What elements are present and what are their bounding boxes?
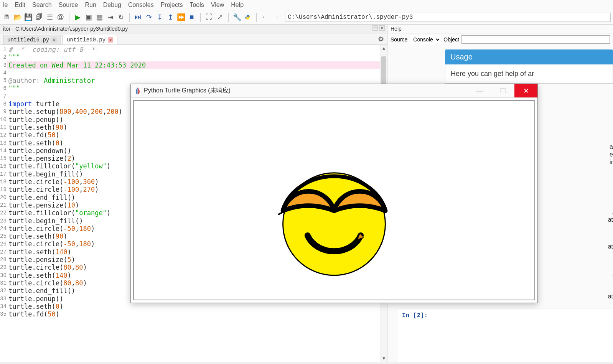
save-all-icon[interactable]: 🗐 bbox=[35, 13, 44, 22]
editor-title: itor - C:\Users\Administrator\.spyder-py… bbox=[0, 25, 387, 33]
continue-icon[interactable]: ⏩ bbox=[176, 13, 186, 22]
help-title: Help bbox=[387, 25, 613, 33]
line-gutter: 1 2 3 4 5 6 7 8 9 10 11 12 13 14 15 16 1… bbox=[0, 45, 7, 362]
ipython-console[interactable]: In [2]: bbox=[398, 308, 613, 362]
tab-close-icon[interactable]: ✕ bbox=[108, 37, 113, 43]
toolbar: 🗎 📂 💾 🗐 ☰ @ ▶ ▣ ▦ ⇥ ↻ ⏭ ↷ ↧ ↥ ⏩ ■ ⛶ ⤢ 🔧 … bbox=[0, 10, 613, 25]
help-text-fragment: . bbox=[611, 209, 613, 216]
help-toolbar: Source Console Object bbox=[387, 33, 613, 46]
menu-help[interactable]: Help bbox=[231, 2, 244, 8]
menu-source[interactable]: Source bbox=[59, 2, 78, 8]
working-dir-input[interactable] bbox=[285, 13, 611, 22]
menubar: leEditSearchSourceRunDebugConsolesProjec… bbox=[0, 0, 613, 10]
usage-heading: Usage bbox=[445, 49, 613, 64]
menu-run[interactable]: Run bbox=[85, 2, 96, 8]
help-text-fragment: at bbox=[608, 293, 613, 300]
rerun-icon[interactable]: ↻ bbox=[116, 13, 125, 22]
file-tab[interactable]: untitled16.py✕ bbox=[3, 35, 61, 44]
tab-label: untitled0.py bbox=[67, 37, 105, 43]
maximize-button[interactable]: ☐ bbox=[491, 84, 514, 97]
help-source-select[interactable]: Console bbox=[410, 35, 441, 44]
step-into-icon[interactable]: ↧ bbox=[155, 13, 164, 22]
preferences-icon[interactable]: 🔧 bbox=[232, 13, 242, 22]
tab-label: untitled16.py bbox=[7, 37, 49, 43]
panel-undock-icon[interactable]: ▭ bbox=[372, 25, 378, 31]
fullscreen-icon[interactable]: ⤢ bbox=[215, 13, 224, 22]
editor-tabbar: untitled16.py✕untitled0.py✕⚙ bbox=[0, 33, 387, 45]
run-cell-advance-icon[interactable]: ▦ bbox=[95, 13, 104, 22]
help-text-fragment: ir bbox=[610, 159, 613, 166]
help-text-fragment: e bbox=[610, 151, 613, 158]
console-prompt: In [2]: bbox=[402, 312, 609, 319]
debug-icon[interactable]: ⏭ bbox=[133, 13, 143, 22]
maximize-icon[interactable]: ⛶ bbox=[204, 13, 214, 22]
save-icon[interactable]: 💾 bbox=[24, 13, 33, 22]
help-text-fragment: at bbox=[608, 216, 613, 223]
open-file-icon[interactable]: 📂 bbox=[13, 13, 22, 22]
new-file-icon[interactable]: 🗎 bbox=[2, 13, 12, 22]
help-source-label: Source bbox=[391, 36, 407, 43]
help-object-input[interactable] bbox=[461, 35, 610, 44]
scroll-down-icon[interactable]: ▼ bbox=[381, 355, 387, 362]
run-cell-icon[interactable]: ▣ bbox=[84, 13, 93, 22]
menu-search[interactable]: Search bbox=[32, 2, 52, 8]
help-text-fragment: . bbox=[611, 270, 613, 277]
editor-pane: itor - C:\Users\Administrator\.spyder-py… bbox=[0, 25, 387, 362]
forward-icon[interactable]: → bbox=[271, 13, 280, 22]
tab-close-icon[interactable]: ✕ bbox=[51, 37, 57, 43]
help-text-fragment: a bbox=[610, 143, 613, 150]
run-selection-icon[interactable]: ⇥ bbox=[105, 13, 115, 22]
menu-debug[interactable]: Debug bbox=[103, 2, 121, 8]
menu-consoles[interactable]: Consoles bbox=[128, 2, 154, 8]
menu-view[interactable]: View bbox=[211, 2, 224, 8]
python-icon[interactable] bbox=[243, 13, 252, 22]
stop-icon[interactable]: ■ bbox=[187, 13, 196, 22]
step-over-icon[interactable]: ↷ bbox=[144, 13, 153, 22]
at-icon[interactable]: @ bbox=[56, 13, 65, 22]
menu-edit[interactable]: Edit bbox=[15, 2, 25, 8]
help-text-fragment: at bbox=[608, 243, 613, 250]
usage-text: Here you can get help of ar bbox=[445, 64, 613, 84]
close-button[interactable]: ✕ bbox=[514, 84, 537, 97]
menu-projects[interactable]: Projects bbox=[161, 2, 183, 8]
help-object-label: Object bbox=[443, 36, 459, 43]
tab-options-icon[interactable]: ⚙ bbox=[378, 35, 384, 43]
code-area[interactable]: 1 2 3 4 5 6 7 8 9 10 11 12 13 14 15 16 1… bbox=[0, 45, 387, 362]
menu-tools[interactable]: Tools bbox=[190, 2, 204, 8]
minimize-button[interactable]: — bbox=[468, 84, 491, 97]
panel-close-icon[interactable]: ✕ bbox=[379, 25, 385, 31]
code-editor[interactable]: # -*- coding: utf-8 -*- """ Created on W… bbox=[7, 45, 387, 362]
list-icon[interactable]: ☰ bbox=[45, 13, 54, 22]
back-icon[interactable]: ← bbox=[260, 13, 270, 22]
file-tab[interactable]: untitled0.py✕ bbox=[63, 35, 117, 44]
step-out-icon[interactable]: ↥ bbox=[166, 13, 175, 22]
menu-le[interactable]: le bbox=[3, 2, 8, 8]
run-icon[interactable]: ▶ bbox=[73, 13, 82, 22]
